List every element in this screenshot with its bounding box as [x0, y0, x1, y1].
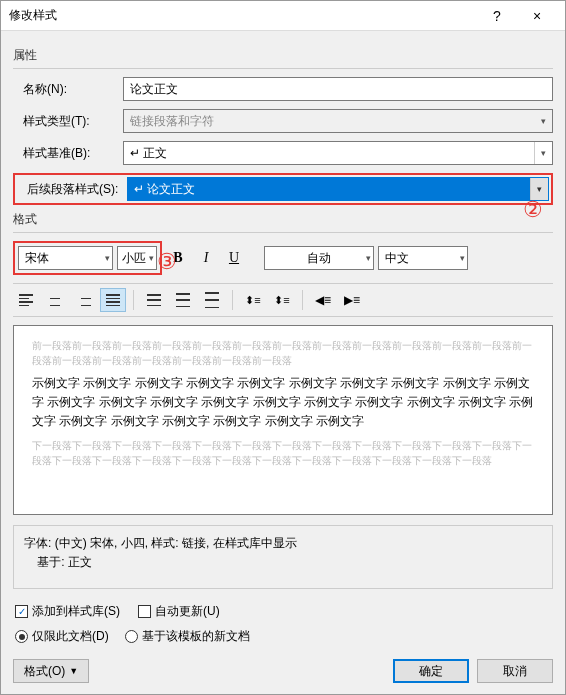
radio-checked-icon — [15, 630, 28, 643]
section-format-label: 格式 — [13, 211, 553, 228]
align-justify-button[interactable] — [100, 288, 126, 312]
font-color-combo[interactable]: 自动 ▾ — [264, 246, 374, 270]
format-menu-button[interactable]: 格式(O)▼ — [13, 659, 89, 683]
this-document-radio[interactable]: 仅限此文档(D) — [15, 628, 109, 645]
paragraph-toolbar: ⬍≡ ⬍≡ ◀≡ ▶≡ — [13, 283, 553, 317]
following-style-combo[interactable]: ↵ 论文正文 ▾ — [127, 177, 549, 201]
space-before-dec-button[interactable]: ⬍≡ — [269, 288, 295, 312]
following-label: 后续段落样式(S): — [17, 181, 127, 198]
radio-icon — [125, 630, 138, 643]
divider — [13, 68, 553, 69]
indent-decrease-button[interactable]: ◀≡ — [310, 288, 336, 312]
cancel-button[interactable]: 取消 — [477, 659, 553, 683]
modify-style-dialog: 修改样式 ? × 属性 名称(N): 样式类型(T): 链接段落和字符 ▾ 样式… — [0, 0, 566, 695]
name-label: 名称(N): — [13, 81, 123, 98]
annotation-marker-2: ② — [523, 197, 543, 223]
indent-increase-button[interactable]: ▶≡ — [339, 288, 365, 312]
align-left-button[interactable] — [13, 288, 39, 312]
font-combo[interactable]: 宋体 ▾ — [18, 246, 113, 270]
language-combo[interactable]: 中文 ▾ — [378, 246, 468, 270]
help-button[interactable]: ? — [477, 8, 517, 24]
space-before-inc-button[interactable]: ⬍≡ — [240, 288, 266, 312]
close-button[interactable]: × — [517, 8, 557, 24]
styletype-label: 样式类型(T): — [13, 113, 123, 130]
divider — [13, 232, 553, 233]
add-to-style-library-checkbox[interactable]: ✓ 添加到样式库(S) — [15, 603, 120, 620]
chevron-down-icon[interactable]: ▾ — [534, 142, 552, 164]
ok-button[interactable]: 确定 — [393, 659, 469, 683]
line-spacing-1-button[interactable] — [141, 288, 167, 312]
chevron-down-icon[interactable]: ▾ — [460, 247, 465, 269]
styletype-combo: 链接段落和字符 ▾ — [123, 109, 553, 133]
stylebase-label: 样式基准(B): — [13, 145, 123, 162]
italic-button[interactable]: I — [194, 246, 218, 270]
chevron-down-icon[interactable]: ▾ — [105, 247, 110, 269]
preview-after-text: 下一段落下一段落下一段落下一段落下一段落下一段落下一段落下一段落下一段落下一段落… — [32, 438, 534, 468]
chevron-down-icon[interactable]: ▾ — [366, 247, 371, 269]
auto-update-checkbox[interactable]: 自动更新(U) — [138, 603, 220, 620]
chevron-down-icon: ▼ — [69, 666, 78, 676]
style-description: 字体: (中文) 宋体, 小四, 样式: 链接, 在样式库中显示 基于: 正文 — [13, 525, 553, 589]
name-input[interactable] — [123, 77, 553, 101]
template-documents-radio[interactable]: 基于该模板的新文档 — [125, 628, 250, 645]
chevron-down-icon: ▾ — [534, 110, 552, 132]
annotation-box-2: 后续段落样式(S): ↵ 论文正文 ▾ — [13, 173, 553, 205]
titlebar: 修改样式 ? × — [1, 1, 565, 31]
line-spacing-15-button[interactable] — [170, 288, 196, 312]
underline-button[interactable]: U — [222, 246, 246, 270]
stylebase-combo[interactable]: ↵ 正文 ▾ — [123, 141, 553, 165]
checkbox-checked-icon: ✓ — [15, 605, 28, 618]
align-right-button[interactable] — [71, 288, 97, 312]
font-size-combo[interactable]: 小匹 ▾ — [117, 246, 157, 270]
checkbox-icon — [138, 605, 151, 618]
annotation-marker-3: ③ — [157, 249, 177, 275]
section-properties-label: 属性 — [13, 47, 553, 64]
preview-sample-text: 示例文字 示例文字 示例文字 示例文字 示例文字 示例文字 示例文字 示例文字 … — [32, 374, 534, 432]
line-spacing-2-button[interactable] — [199, 288, 225, 312]
preview-area: 前一段落前一段落前一段落前一段落前一段落前一段落前一段落前一段落前一段落前一段落… — [13, 325, 553, 515]
align-center-button[interactable] — [42, 288, 68, 312]
window-title: 修改样式 — [9, 7, 477, 24]
chevron-down-icon[interactable]: ▾ — [149, 247, 154, 269]
annotation-box-3: 宋体 ▾ 小匹 ▾ — [13, 241, 162, 275]
preview-before-text: 前一段落前一段落前一段落前一段落前一段落前一段落前一段落前一段落前一段落前一段落… — [32, 338, 534, 368]
